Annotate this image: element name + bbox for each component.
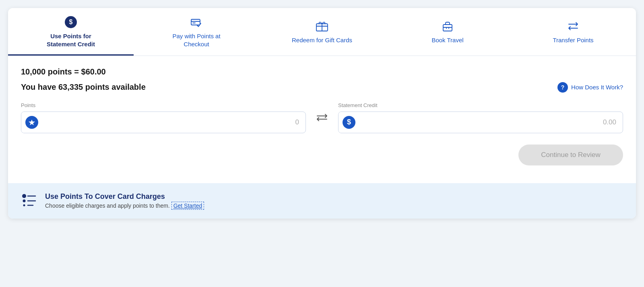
promo-desc-text: Choose eligible charges and apply points… <box>45 202 170 209</box>
points-icon-wrap <box>21 111 42 133</box>
svg-text:$: $ <box>69 19 73 25</box>
dollar-circle-icon: $ <box>64 15 78 29</box>
continue-button[interactable]: Continue to Review <box>518 145 623 165</box>
tab-pay-checkout-label: Pay with Points at Checkout <box>172 32 220 49</box>
statement-credit-label: Statement Credit <box>338 102 623 108</box>
svg-point-12 <box>23 199 26 202</box>
swap-icon <box>313 113 331 122</box>
promo-list-icon <box>21 192 37 210</box>
points-label: Points <box>21 102 306 108</box>
tab-gift-cards-label: Redeem for Gift Cards <box>292 36 352 44</box>
tabs-container: $ Use Points for Statement Credit Pay wi… <box>8 8 636 56</box>
main-content: 10,000 points = $60.00 You have 63,335 p… <box>8 56 636 183</box>
svg-point-13 <box>23 204 25 206</box>
points-available-text: You have 63,335 points available <box>21 83 146 92</box>
statement-credit-input[interactable] <box>359 118 623 126</box>
conversion-input-row: Points <box>21 102 623 133</box>
statement-credit-input-box: $ <box>338 111 623 133</box>
promo-text: Use Points To Cover Card Charges Choose … <box>45 192 623 209</box>
tab-transfer-points-label: Transfer Points <box>553 36 593 44</box>
svg-point-11 <box>22 194 26 198</box>
transfer-icon <box>566 19 580 33</box>
tab-gift-cards[interactable]: Redeem for Gift Cards <box>259 8 385 56</box>
statement-credit-icon-wrap: $ <box>339 111 359 133</box>
points-input-group: Points <box>21 102 306 133</box>
continue-row: Continue to Review <box>21 145 623 165</box>
promo-title: Use Points To Cover Card Charges <box>45 192 623 201</box>
svg-rect-6 <box>443 25 452 31</box>
svg-rect-2 <box>191 19 200 25</box>
svg-marker-10 <box>29 120 35 125</box>
tab-statement-credit-label: Use Points for Statement Credit <box>47 32 95 49</box>
points-input-box <box>21 111 306 133</box>
gift-card-icon <box>315 19 329 33</box>
tab-book-travel[interactable]: Book Travel <box>385 8 510 56</box>
main-card: $ Use Points for Statement Credit Pay wi… <box>8 8 636 219</box>
tab-statement-credit[interactable]: $ Use Points for Statement Credit <box>8 8 134 56</box>
points-available-row: You have 63,335 points available ? How D… <box>21 82 623 93</box>
points-rate: 10,000 points = $60.00 <box>21 67 623 76</box>
promo-bar: Use Points To Cover Card Charges Choose … <box>8 183 636 219</box>
how-it-works-link[interactable]: ? How Does It Work? <box>557 82 623 93</box>
dollar-icon: $ <box>343 116 355 129</box>
hand-card-icon <box>190 15 203 29</box>
tab-book-travel-label: Book Travel <box>431 36 463 44</box>
points-input[interactable] <box>42 118 305 126</box>
question-icon: ? <box>557 82 568 93</box>
promo-description: Choose eligible charges and apply points… <box>45 202 623 209</box>
tab-transfer-points[interactable]: Transfer Points <box>510 8 636 56</box>
suitcase-icon <box>441 19 454 33</box>
points-star-icon <box>25 116 38 129</box>
statement-credit-input-group: Statement Credit $ <box>338 102 623 133</box>
how-it-works-label: How Does It Work? <box>571 84 623 91</box>
tab-pay-checkout[interactable]: Pay with Points at Checkout <box>134 8 259 56</box>
promo-get-started-link[interactable]: Get Started <box>171 202 204 210</box>
